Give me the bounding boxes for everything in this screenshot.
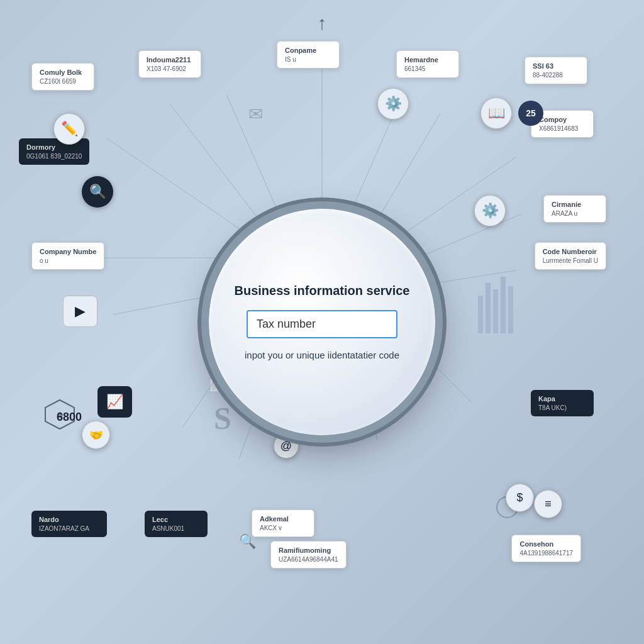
card-hemardne: Hemardne 661345 [396,50,459,78]
document-icon-mid: 📄 [208,377,223,392]
card-comparne: Conpame IS u [277,41,340,69]
document-icon-top: ✉ [248,104,263,125]
svg-line-13 [377,113,440,220]
chart-icon: 📈 [97,386,132,418]
tax-number-input[interactable] [247,310,397,338]
svg-rect-16 [478,296,483,333]
svg-rect-19 [501,277,506,333]
video-icon: ▶ [63,296,97,327]
svg-line-2 [107,138,245,233]
gear-icon-right: ⚙️ [474,195,506,226]
svg-rect-18 [493,289,498,333]
dollar-icon: $ [506,484,534,512]
card-ramifi: Ramifiumoming UZA6614A96844A41 [270,541,347,569]
card-company-book: Comuly Bolk CZ160t 6659 [31,63,94,91]
at-icon: @ [274,433,299,458]
document-icon: ≡ [534,490,562,518]
gear-icon-top: ⚙️ [377,88,409,119]
main-background: ↑ Business information service inpot you… [0,0,644,644]
card-company-number: Company Numbe o u [31,242,104,270]
card-dormory: Dormory 0G1061 839_02210 [19,138,89,165]
badge-6800: 6800 [57,411,82,424]
card-kapa: Kapa T8A UKC) [531,390,594,416]
svg-rect-20 [508,286,513,333]
svg-rect-17 [486,283,491,333]
pencil-icon: ✏️ [53,113,85,145]
svg-line-11 [402,214,522,264]
card-companie-right: Cirmanie ARAZA u [543,195,606,223]
center-panel: Business information service inpot you o… [209,209,435,435]
card-indouma: Indouma2211 X103 47-6902 [138,50,201,78]
card-nardo: Nardo IZAON7ARAZ GA [31,511,107,537]
badge-25: 25 [518,101,543,126]
card-adkemal: Adkemal AKCX v [252,509,314,537]
card-consehon: Consehon 4A1391988641717 [511,535,581,562]
book-icon: 📖 [480,97,512,129]
card-lecc: Lecc ASNUK001 [145,511,208,537]
arrow-up-icon: ↑ [318,13,327,34]
handshake-icon: 🤝 [82,421,110,449]
card-code-number: Code Numberoir Lurrmente Fomall U [535,242,606,270]
search-icon: 🔍 [82,176,113,208]
service-title: Business information service [235,282,410,299]
input-hint: inpot you or unique iidentatatier code [245,348,399,362]
card-ssl: SSI 63 88-402288 [525,57,587,84]
decorative-letter-s: S [214,400,231,436]
